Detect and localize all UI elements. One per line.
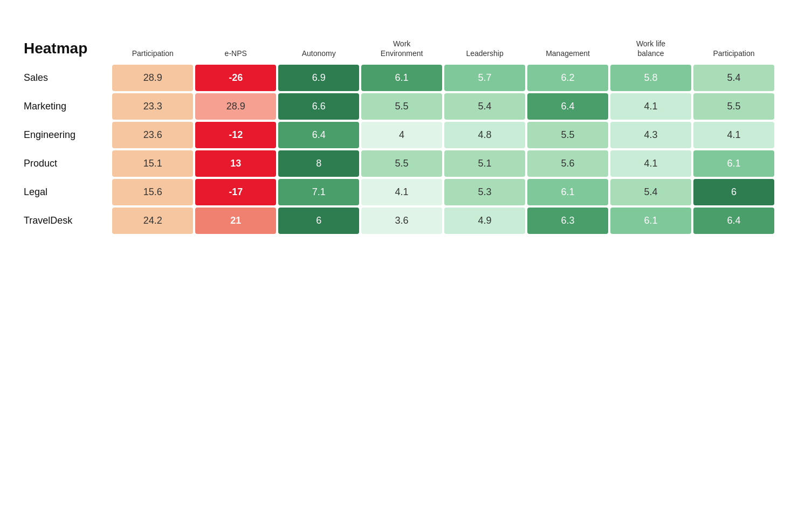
heatmap-cell[interactable]: 24.2 <box>112 208 193 234</box>
heatmap-cell[interactable]: 28.9 <box>195 93 276 120</box>
heatmap-cell[interactable]: 6.4 <box>527 93 608 120</box>
heatmap-cell[interactable]: 6 <box>693 179 774 205</box>
heatmap-cell[interactable]: 6.1 <box>693 150 774 177</box>
heatmap-cell[interactable]: -17 <box>195 179 276 205</box>
heatmap-cell[interactable]: 28.9 <box>112 65 193 91</box>
heatmap-cell[interactable]: 6.4 <box>278 122 359 148</box>
row-label: Legal <box>24 179 110 205</box>
heatmap-cell[interactable]: 6.3 <box>527 208 608 234</box>
heatmap-cell[interactable]: 5.5 <box>527 122 608 148</box>
table-row: Product15.11385.55.15.64.16.1 <box>24 150 774 177</box>
heatmap-cell[interactable]: 6.1 <box>361 65 442 91</box>
table-row: TravelDesk24.22163.64.96.36.16.4 <box>24 208 774 234</box>
heatmap-cell[interactable]: 5.7 <box>444 65 525 91</box>
heatmap-cell[interactable]: 5.4 <box>610 179 691 205</box>
heatmap-container: Heatmap Participation e-NPS Autonomy Wor… <box>22 32 776 236</box>
table-row: Engineering23.6-126.444.85.54.34.1 <box>24 122 774 148</box>
heatmap-cell[interactable]: 4.1 <box>610 150 691 177</box>
heatmap-cell[interactable]: 5.5 <box>693 93 774 120</box>
heatmap-cell[interactable]: 6.9 <box>278 65 359 91</box>
row-label: Marketing <box>24 93 110 120</box>
heatmap-cell[interactable]: 4.1 <box>361 179 442 205</box>
heatmap-cell[interactable]: 3.6 <box>361 208 442 234</box>
heatmap-title: Heatmap <box>24 34 110 63</box>
col-header-enps: e-NPS <box>195 34 276 63</box>
heatmap-cell[interactable]: -26 <box>195 65 276 91</box>
heatmap-cell[interactable]: 15.6 <box>112 179 193 205</box>
col-header-leadership: Leadership <box>444 34 525 63</box>
heatmap-cell[interactable]: -12 <box>195 122 276 148</box>
row-label: Product <box>24 150 110 177</box>
heatmap-cell[interactable]: 6.2 <box>527 65 608 91</box>
heatmap-cell[interactable]: 5.8 <box>610 65 691 91</box>
heatmap-cell[interactable]: 4.8 <box>444 122 525 148</box>
heatmap-cell[interactable]: 5.4 <box>444 93 525 120</box>
col-header-participation: Participation <box>112 34 193 63</box>
heatmap-cell[interactable]: 13 <box>195 150 276 177</box>
heatmap-cell[interactable]: 15.1 <box>112 150 193 177</box>
heatmap-cell[interactable]: 6 <box>278 208 359 234</box>
heatmap-cell[interactable]: 6.1 <box>527 179 608 205</box>
heatmap-cell[interactable]: 4.3 <box>610 122 691 148</box>
heatmap-cell[interactable]: 23.6 <box>112 122 193 148</box>
heatmap-cell[interactable]: 23.3 <box>112 93 193 120</box>
row-label: TravelDesk <box>24 208 110 234</box>
table-row: Legal15.6-177.14.15.36.15.46 <box>24 179 774 205</box>
heatmap-cell[interactable]: 4.1 <box>693 122 774 148</box>
col-header-autonomy: Autonomy <box>278 34 359 63</box>
heatmap-cell[interactable]: 4.1 <box>610 93 691 120</box>
col-header-work-environment: WorkEnvironment <box>361 34 442 63</box>
heatmap-cell[interactable]: 5.5 <box>361 93 442 120</box>
heatmap-cell[interactable]: 6.1 <box>610 208 691 234</box>
heatmap-cell[interactable]: 5.1 <box>444 150 525 177</box>
heatmap-cell[interactable]: 21 <box>195 208 276 234</box>
heatmap-cell[interactable]: 8 <box>278 150 359 177</box>
heatmap-cell[interactable]: 7.1 <box>278 179 359 205</box>
row-label: Sales <box>24 65 110 91</box>
heatmap-cell[interactable]: 5.6 <box>527 150 608 177</box>
table-row: Marketing23.328.96.65.55.46.44.15.5 <box>24 93 774 120</box>
col-header-participation2: Participation <box>693 34 774 63</box>
heatmap-cell[interactable]: 6.4 <box>693 208 774 234</box>
table-row: Sales28.9-266.96.15.76.25.85.4 <box>24 65 774 91</box>
heatmap-cell[interactable]: 5.4 <box>693 65 774 91</box>
heatmap-cell[interactable]: 5.3 <box>444 179 525 205</box>
heatmap-table: Heatmap Participation e-NPS Autonomy Wor… <box>22 32 776 236</box>
col-header-management: Management <box>527 34 608 63</box>
heatmap-cell[interactable]: 6.6 <box>278 93 359 120</box>
heatmap-cell[interactable]: 4 <box>361 122 442 148</box>
row-label: Engineering <box>24 122 110 148</box>
heatmap-cell[interactable]: 5.5 <box>361 150 442 177</box>
heatmap-cell[interactable]: 4.9 <box>444 208 525 234</box>
col-header-work-life-balance: Work lifebalance <box>610 34 691 63</box>
